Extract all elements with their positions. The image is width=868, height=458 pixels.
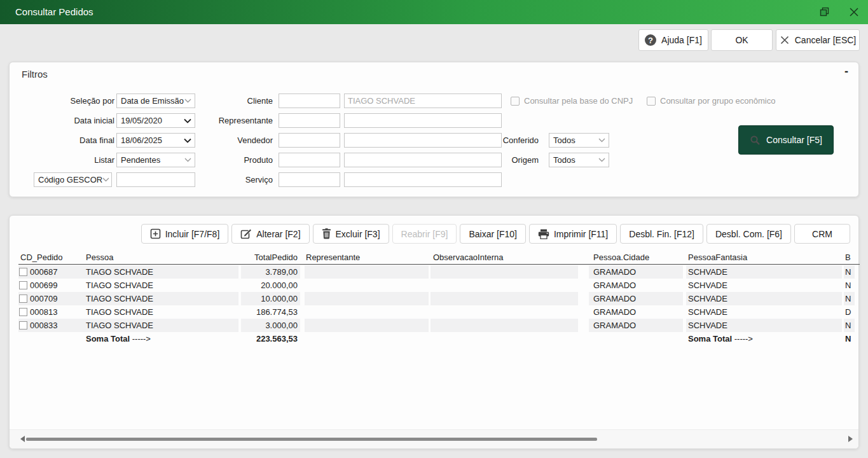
toolbar: Incluir [F7/F8] Alterar [F2] Excluir [F3… <box>141 224 850 244</box>
reabrir-button[interactable]: Reabrir [F9] <box>392 224 457 244</box>
cell-representante <box>305 292 429 305</box>
table-rows: 000687 TIAGO SCHVADE 3.789,00 GRAMADO SC… <box>10 265 860 332</box>
cell-observacao-interna <box>431 305 578 319</box>
desbl-com-button[interactable]: Desbl. Com. [F6] <box>706 224 791 244</box>
imprimir-button[interactable]: Imprimir [F11] <box>529 224 617 244</box>
scroll-right-arrow-icon[interactable] <box>848 436 853 442</box>
conferido-label: Conferido <box>474 133 539 148</box>
search-icon <box>750 135 761 146</box>
column-header-observacao-interna[interactable]: ObservacaoInterna <box>431 251 578 265</box>
cell-cd-pedido: 000813 <box>30 305 57 319</box>
chevron-down-icon <box>598 158 605 162</box>
column-header-representante[interactable]: Representante <box>305 251 429 265</box>
row-checkbox[interactable] <box>19 308 27 316</box>
excluir-button[interactable]: Excluir [F3] <box>313 224 389 244</box>
consultar-pedidos-window: Consultar Pedidos ? Ajuda [F1] OK Cancel… <box>0 0 868 458</box>
origem-select[interactable]: Todos <box>549 153 609 167</box>
chevron-down-icon <box>598 138 605 142</box>
column-header-cd-pedido[interactable]: CD_Pedido <box>20 251 85 265</box>
cell-cd-pedido: 000687 <box>30 265 57 279</box>
table-row[interactable]: 000833 TIAGO SCHVADE 3.000,00 GRAMADO SC… <box>10 319 860 332</box>
data-inicial-label: Data inicial <box>19 113 114 128</box>
vendedor-code-input[interactable] <box>279 133 340 148</box>
row-checkbox[interactable] <box>19 295 27 303</box>
header-divider <box>18 264 860 265</box>
cell-observacao-interna <box>431 292 578 305</box>
cell-pessoa-cidade: GRAMADO <box>589 305 683 319</box>
cell-observacao-interna <box>431 319 578 332</box>
filters-title: Filtros <box>22 69 48 80</box>
codigo-gescor-select[interactable]: Código GESCOR <box>34 172 112 187</box>
cancelar-button[interactable]: Cancelar [ESC] <box>776 29 860 51</box>
table-row[interactable]: 000813 TIAGO SCHVADE 186.774,53 GRAMADO … <box>10 305 860 319</box>
crm-button[interactable]: CRM <box>794 224 850 244</box>
cliente-label: Cliente <box>169 94 273 108</box>
row-checkbox[interactable] <box>19 281 27 289</box>
summary-b: N <box>844 332 855 345</box>
incluir-button[interactable]: Incluir [F7/F8] <box>141 224 229 244</box>
table-row[interactable]: 000709 TIAGO SCHVADE 10.000,00 GRAMADO S… <box>10 292 860 305</box>
cell-representante <box>305 279 429 292</box>
column-header-b[interactable]: B <box>844 251 857 265</box>
selecao-por-label: Seleção por <box>19 94 114 108</box>
cliente-name-input[interactable] <box>344 94 502 108</box>
produto-label: Produto <box>169 153 273 167</box>
servico-code-input[interactable] <box>279 172 340 187</box>
cell-total-pedido: 3.789,00 <box>241 265 300 279</box>
cell-representante <box>305 265 429 279</box>
column-header-pessoa[interactable]: Pessoa <box>85 251 238 265</box>
cell-pessoa-cidade: GRAMADO <box>589 292 683 305</box>
cell-pessoa: TIAGO SCHVADE <box>85 292 238 305</box>
grupo-economico-checkbox-label: Consultar por grupo econômico <box>660 96 775 106</box>
cell-pessoa-fantasia: SCHVADE <box>686 279 842 292</box>
grupo-economico-checkbox[interactable]: Consultar por grupo econômico <box>647 94 775 108</box>
alterar-button[interactable]: Alterar [F2] <box>231 224 309 244</box>
column-header-total-pedido[interactable]: TotalPedido <box>241 251 300 265</box>
cell-pessoa-fantasia: SCHVADE <box>686 319 842 332</box>
consultar-cnpj-checkbox-label: Consultar pela base do CNPJ <box>524 96 633 106</box>
table-row[interactable]: 000699 TIAGO SCHVADE 20.000,00 GRAMADO S… <box>10 279 860 292</box>
produto-code-input[interactable] <box>279 153 340 167</box>
cell-total-pedido: 10.000,00 <box>241 292 300 305</box>
summary-fantasia-label: Soma Total -----> <box>686 332 842 345</box>
scroll-left-arrow-icon[interactable] <box>20 436 25 442</box>
cliente-code-input[interactable] <box>279 94 340 108</box>
cell-observacao-interna <box>431 279 578 292</box>
ok-button[interactable]: OK <box>711 29 773 51</box>
titlebar: Consultar Pedidos <box>0 0 868 24</box>
collapse-panel-button[interactable]: - <box>840 65 853 78</box>
cell-cd-pedido: 000699 <box>30 279 57 292</box>
column-header-pessoa-cidade[interactable]: Pessoa.Cidade <box>589 251 683 265</box>
restore-icon[interactable] <box>819 6 830 18</box>
consultar-cnpj-checkbox[interactable]: Consultar pela base do CNPJ <box>511 94 633 108</box>
data-final-label: Data final <box>19 133 114 148</box>
baixar-button[interactable]: Baixar [F10] <box>460 224 525 244</box>
row-checkbox[interactable] <box>19 268 27 276</box>
summary-total: 223.563,53 <box>241 332 300 345</box>
servico-name-input[interactable] <box>344 172 502 187</box>
servico-label: Serviço <box>169 172 273 187</box>
table-row[interactable]: 000687 TIAGO SCHVADE 3.789,00 GRAMADO SC… <box>10 265 860 279</box>
cell-representante <box>305 305 429 319</box>
representante-code-input[interactable] <box>279 113 340 128</box>
cell-cd-pedido: 000709 <box>30 292 57 305</box>
cell-pessoa-cidade: GRAMADO <box>589 265 683 279</box>
representante-label: Representante <box>169 113 273 128</box>
origem-label: Origem <box>474 153 539 167</box>
cell-total-pedido: 186.774,53 <box>241 305 300 319</box>
close-icon[interactable] <box>848 6 860 18</box>
cell-b: D <box>844 305 855 319</box>
plus-square-icon <box>150 228 161 239</box>
representante-name-input[interactable] <box>344 113 502 128</box>
desbl-fin-button[interactable]: Desbl. Fin. [F12] <box>620 224 703 244</box>
scrollbar-thumb[interactable] <box>26 438 597 441</box>
conferido-select[interactable]: Todos <box>549 133 609 148</box>
summary-row: Soma Total -----> 223.563,53 Soma Total … <box>10 332 860 345</box>
cell-pessoa-cidade: GRAMADO <box>589 279 683 292</box>
column-header-pessoa-fantasia[interactable]: PessoaFantasia <box>686 251 842 265</box>
consultar-button[interactable]: Consultar [F5] <box>738 125 834 155</box>
ajuda-button[interactable]: ? Ajuda [F1] <box>638 29 708 51</box>
cell-pessoa-fantasia: SCHVADE <box>686 305 842 319</box>
row-checkbox[interactable] <box>19 321 27 330</box>
horizontal-scrollbar <box>10 429 858 448</box>
